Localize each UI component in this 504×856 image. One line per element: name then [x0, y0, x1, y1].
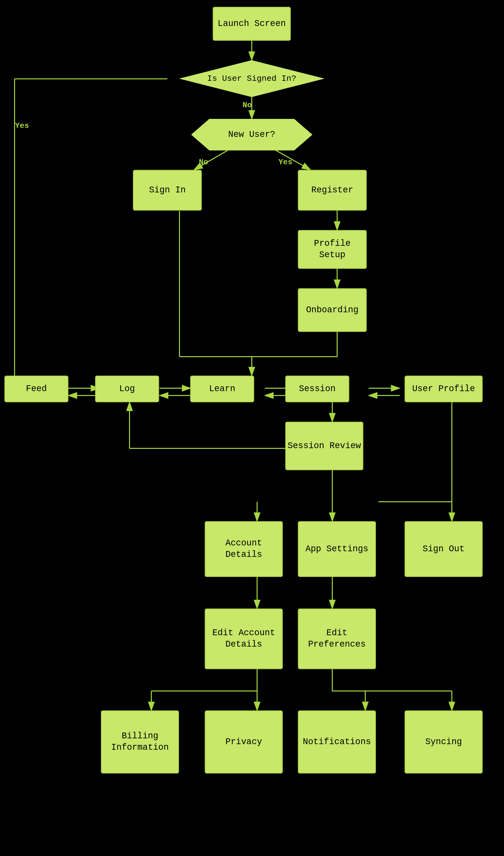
session-review-node: Session Review [285, 422, 363, 470]
account-details-node: Account Details [205, 521, 283, 577]
edit-preferences-node: Edit Preferences [298, 608, 376, 669]
yes-label-1: Yes [278, 158, 292, 167]
no-label-2: No [199, 158, 208, 167]
register-node: Register [298, 170, 367, 211]
sign-in-node: Sign In [133, 170, 202, 211]
session-node: Session [285, 376, 349, 402]
user-profile-node: User Profile [404, 376, 483, 402]
feed-node: Feed [4, 376, 68, 402]
no-label-1: No [242, 101, 252, 110]
profile-setup-node: Profile Setup [298, 230, 367, 269]
flowchart: Launch Screen Is User Signed In? New Use… [0, 0, 504, 856]
is-user-signed-in-node: Is User Signed In? [179, 60, 325, 97]
notifications-node: Notifications [298, 710, 376, 773]
yes-label-2: Yes [15, 121, 29, 130]
learn-node: Learn [190, 376, 254, 402]
billing-information-node: Billing Information [101, 710, 179, 773]
launch-screen-node: Launch Screen [213, 7, 291, 41]
log-node: Log [95, 376, 159, 402]
onboarding-node: Onboarding [298, 288, 367, 332]
syncing-node: Syncing [404, 710, 483, 773]
privacy-node: Privacy [205, 710, 283, 773]
new-user-node: New User? [191, 119, 312, 150]
app-settings-node: App Settings [298, 521, 376, 577]
edit-account-details-node: Edit Account Details [205, 608, 283, 669]
sign-out-node: Sign Out [404, 521, 483, 577]
